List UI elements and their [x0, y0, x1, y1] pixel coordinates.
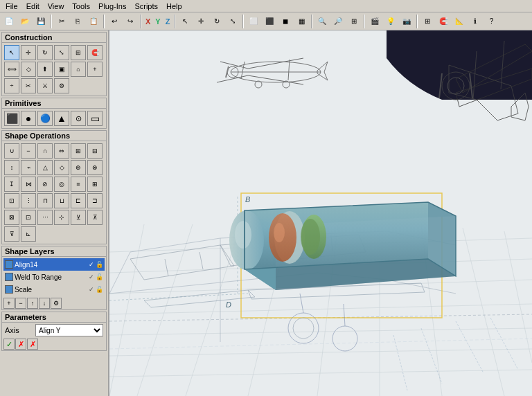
op-a7[interactable]: ⊏ — [71, 193, 86, 208]
snap-btn[interactable]: 🧲 — [436, 14, 451, 29]
tool-connect[interactable]: + — [87, 62, 103, 77]
zoom-in-btn[interactable]: 🔍 — [314, 14, 330, 29]
cut-button[interactable]: ✂ — [54, 14, 69, 29]
op-b1[interactable]: ⊠ — [4, 210, 19, 225]
op-connect2[interactable]: ⋈ — [21, 177, 36, 192]
prim-cylinder[interactable]: 🔵 — [37, 111, 53, 126]
op-a3[interactable]: ⊡ — [4, 193, 19, 208]
layer-lock-3[interactable]: 🔓 — [96, 286, 103, 293]
layer-eye-3[interactable]: ✓ — [89, 286, 94, 293]
op-offset[interactable]: ⊘ — [37, 177, 53, 192]
op-a5[interactable]: ⊓ — [37, 193, 53, 208]
redo-button[interactable]: ↪ — [123, 14, 138, 29]
op-smooth[interactable]: ⌁ — [21, 160, 36, 175]
cancel-btn-1[interactable]: ✗ — [15, 339, 26, 350]
info-btn[interactable]: ℹ — [468, 14, 483, 29]
tool-select[interactable]: ↖ — [4, 45, 19, 60]
menu-scripts[interactable]: Scripts — [130, 0, 162, 12]
op-shell[interactable]: ◎ — [54, 177, 69, 192]
op-b8[interactable]: ⊾ — [21, 226, 36, 242]
op-tri[interactable]: △ — [37, 160, 53, 175]
tool-bevel[interactable]: ◇ — [21, 62, 36, 77]
select-tool-btn[interactable]: ↖ — [177, 14, 193, 29]
op-separate[interactable]: ⇔ — [54, 143, 69, 159]
menu-plugins[interactable]: Plug-Ins — [94, 0, 130, 12]
tool-mirror[interactable]: ⟺ — [4, 62, 19, 77]
op-b2[interactable]: ⊡ — [21, 210, 36, 225]
tool-extrude[interactable]: ⬆ — [37, 62, 53, 77]
op-b7[interactable]: ⊽ — [4, 226, 19, 242]
menu-tools[interactable]: Tools — [68, 0, 94, 12]
menu-file[interactable]: File — [1, 0, 22, 12]
op-flip[interactable]: ↕ — [4, 160, 19, 175]
prim-cone[interactable]: ▲ — [54, 111, 69, 126]
view-solid-btn[interactable]: ◼ — [278, 14, 293, 29]
op-subtract[interactable]: − — [21, 143, 36, 159]
zoom-fit-btn[interactable]: ⊞ — [346, 14, 362, 29]
layer-lock-2[interactable]: 🔓 — [96, 273, 103, 280]
layer-eye-1[interactable]: ✓ — [89, 261, 94, 268]
op-a1[interactable]: ≡ — [71, 177, 86, 192]
tool-scale[interactable]: ⤡ — [54, 45, 69, 60]
menu-help[interactable]: Help — [162, 0, 186, 12]
op-weld[interactable]: ⊕ — [71, 160, 86, 175]
op-a6[interactable]: ⊔ — [54, 193, 69, 208]
move-layer-down-btn[interactable]: ↓ — [39, 298, 50, 309]
layer-item-weld[interactable]: Weld To Range ✓ 🔓 — [3, 271, 105, 283]
tool-transform[interactable]: ⊞ — [71, 45, 86, 60]
layer-item-scale[interactable]: Scale ✓ 🔓 — [3, 283, 105, 296]
op-b6[interactable]: ⊼ — [87, 210, 103, 225]
new-button[interactable]: 📄 — [1, 14, 17, 29]
tool-bridge[interactable]: ⌂ — [71, 62, 86, 77]
tool-split[interactable]: ÷ — [4, 78, 19, 93]
op-collapse[interactable]: ↧ — [4, 177, 19, 192]
tool-snap[interactable]: 🧲 — [87, 45, 103, 60]
grid-btn[interactable]: ⊞ — [420, 14, 435, 29]
tool-settings[interactable]: ⚙ — [54, 78, 69, 93]
tool-move[interactable]: ✛ — [21, 45, 36, 60]
viewport[interactable]: B D — [109, 30, 532, 396]
op-quad[interactable]: ◇ — [54, 160, 69, 175]
menu-view[interactable]: View — [44, 0, 69, 12]
view-shade-btn[interactable]: ⬛ — [262, 14, 277, 29]
delete-layer-btn[interactable]: − — [15, 298, 26, 309]
undo-button[interactable]: ↩ — [107, 14, 122, 29]
prim-torus[interactable]: ⊙ — [71, 111, 86, 126]
add-layer-btn[interactable]: + — [3, 298, 15, 309]
save-button[interactable]: 💾 — [33, 14, 48, 29]
axis-param-select[interactable]: Align X Align Y Align Z — [35, 324, 103, 336]
zoom-out-btn[interactable]: 🔎 — [330, 14, 346, 29]
layer-settings-btn[interactable]: ⚙ — [51, 298, 62, 309]
help-btn[interactable]: ? — [484, 14, 499, 29]
layer-eye-2[interactable]: ✓ — [89, 273, 94, 280]
move-layer-up-btn[interactable]: ↑ — [27, 298, 38, 309]
prim-sphere[interactable]: ● — [21, 111, 36, 126]
tool-knife[interactable]: ⚔ — [37, 78, 53, 93]
op-b5[interactable]: ⊻ — [71, 210, 86, 225]
cancel-btn-2[interactable]: ✗ — [27, 339, 38, 350]
op-b3[interactable]: ⋯ — [37, 210, 53, 225]
op-dissolve[interactable]: ⊗ — [87, 160, 103, 175]
op-a4[interactable]: ⋮ — [21, 193, 36, 208]
prim-cube[interactable]: ⬛ — [4, 111, 19, 126]
open-button[interactable]: 📂 — [17, 14, 33, 29]
tool-inset[interactable]: ▣ — [54, 62, 69, 77]
op-a2[interactable]: ⊞ — [87, 177, 103, 192]
light-btn[interactable]: 💡 — [383, 14, 398, 29]
move-tool-btn[interactable]: ✛ — [193, 14, 209, 29]
measure-btn[interactable]: 📐 — [452, 14, 467, 29]
menu-edit[interactable]: Edit — [22, 0, 44, 12]
confirm-btn[interactable]: ✓ — [3, 339, 15, 350]
op-intersect[interactable]: ∩ — [37, 143, 53, 159]
prim-plane[interactable]: ▭ — [87, 111, 103, 126]
op-b4[interactable]: ⊹ — [54, 210, 69, 225]
op-a8[interactable]: ⊐ — [87, 193, 103, 208]
paste-button[interactable]: 📋 — [86, 14, 101, 29]
layer-lock-1[interactable]: 🔓 — [96, 261, 103, 268]
view-texture-btn[interactable]: ▦ — [294, 14, 309, 29]
layer-item-align14[interactable]: Align14 ✓ 🔓 — [3, 258, 105, 271]
tool-cut[interactable]: ✂ — [21, 78, 36, 93]
camera-btn[interactable]: 📷 — [399, 14, 414, 29]
op-union[interactable]: ∪ — [4, 143, 19, 159]
rotate-tool-btn[interactable]: ↻ — [209, 14, 224, 29]
